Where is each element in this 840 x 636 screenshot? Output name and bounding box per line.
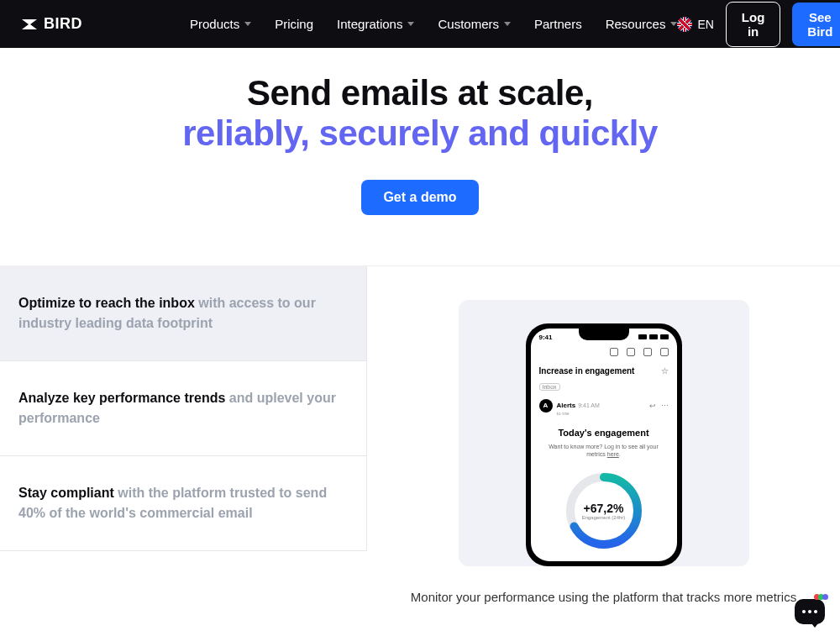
nav-label: Products — [190, 17, 239, 31]
hero-title: Send emails at scale, reliably, securely… — [0, 73, 840, 155]
nav-label: Customers — [438, 17, 499, 31]
mail-icon — [643, 348, 652, 356]
feature-preview: 9:41 Increase in engagement ☆ Inbox — [367, 266, 840, 605]
reply-icon: ↩ — [649, 402, 656, 410]
star-icon: ☆ — [661, 366, 669, 376]
logo-text: BIRD — [44, 15, 82, 33]
feature-strong: Stay compliant — [18, 486, 114, 500]
email-toolbar — [531, 343, 677, 361]
feature-item-analyze[interactable]: Analyze key performance trends and uplev… — [0, 361, 367, 456]
sender-info: Alerts9:41 AM to me — [557, 396, 600, 416]
from-actions: ↩⋯ — [649, 402, 669, 410]
inbox-tag: Inbox — [539, 383, 560, 391]
email-body: Today's engagement Want to know more? Lo… — [531, 419, 677, 562]
donut-center: +67,2% Engagement (24hr) — [562, 469, 646, 553]
email-subject: Increase in engagement ☆ — [531, 361, 677, 377]
subject-text: Increase in engagement — [539, 366, 635, 376]
nav-partners[interactable]: Partners — [534, 17, 582, 31]
body-title: Today's engagement — [539, 428, 669, 438]
chat-dots-icon — [802, 610, 817, 613]
phone-notch — [579, 329, 629, 340]
login-button[interactable]: Log in — [726, 2, 781, 47]
sender-sub: to me — [557, 411, 600, 416]
hero-section: Send emails at scale, reliably, securely… — [0, 48, 840, 265]
feature-strong: Analyze key performance trends — [18, 391, 225, 405]
logo[interactable]: BIRD — [20, 15, 82, 33]
nav-label: Pricing — [275, 17, 313, 31]
uk-flag-icon — [677, 17, 692, 32]
donut-value: +67,2% — [584, 502, 624, 515]
phone-mockup-wrap: 9:41 Increase in engagement ☆ Inbox — [459, 300, 749, 567]
phone-mockup: 9:41 Increase in engagement ☆ Inbox — [526, 323, 682, 567]
engagement-donut: +67,2% Engagement (24hr) — [562, 469, 646, 553]
feature-item-compliant[interactable]: Stay compliant with the platform trusted… — [0, 456, 367, 551]
chat-badge — [814, 594, 828, 600]
more-icon: ⋯ — [661, 402, 669, 410]
trash-icon — [627, 348, 635, 356]
nav-integrations[interactable]: Integrations — [337, 17, 414, 31]
status-icons — [638, 334, 669, 341]
header-right: EN Log in See Bird — [677, 2, 840, 47]
chevron-down-icon — [407, 22, 414, 26]
main-nav: Products Pricing Integrations Customers … — [190, 17, 677, 31]
see-bird-button[interactable]: See Bird — [792, 3, 840, 46]
more-icon — [660, 348, 669, 356]
chevron-down-icon — [504, 22, 511, 26]
lang-label: EN — [697, 18, 713, 31]
features-section: Optimize to reach the inbox with access … — [0, 265, 840, 605]
nav-pricing[interactable]: Pricing — [275, 17, 313, 31]
bird-logo-icon — [20, 18, 39, 31]
donut-label: Engagement (24hr) — [582, 515, 626, 520]
get-demo-button[interactable]: Get a demo — [361, 180, 478, 215]
nav-products[interactable]: Products — [190, 17, 251, 31]
nav-customers[interactable]: Customers — [438, 17, 511, 31]
sender-avatar: A — [539, 399, 553, 413]
feature-list: Optimize to reach the inbox with access … — [0, 266, 367, 605]
chevron-down-icon — [244, 22, 251, 26]
nav-label: Integrations — [337, 17, 402, 31]
header-left: BIRD Products Pricing Integrations Custo… — [20, 15, 677, 33]
hero-title-line1: Send emails at scale, — [247, 73, 593, 113]
language-selector[interactable]: EN — [677, 17, 713, 32]
phone-screen: 9:41 Increase in engagement ☆ Inbox — [531, 329, 677, 562]
chat-widget[interactable] — [795, 599, 825, 624]
sender-name: Alerts — [557, 402, 576, 409]
feature-strong: Optimize to reach the inbox — [18, 296, 195, 310]
chevron-down-icon — [670, 22, 677, 26]
main-header: BIRD Products Pricing Integrations Custo… — [0, 0, 840, 48]
body-text: Want to know more? Log in to see all you… — [539, 443, 669, 460]
phone-time: 9:41 — [539, 334, 553, 341]
feature-item-optimize[interactable]: Optimize to reach the inbox with access … — [0, 266, 367, 361]
hero-title-line2: reliably, securely and quickly — [0, 113, 840, 154]
archive-icon — [610, 348, 618, 356]
email-from-row: A Alerts9:41 AM to me ↩⋯ — [531, 392, 677, 419]
nav-label: Partners — [534, 17, 582, 31]
sender-time: 9:41 AM — [578, 402, 600, 408]
nav-label: Resources — [606, 17, 666, 31]
nav-resources[interactable]: Resources — [606, 17, 678, 31]
feature-caption: Monitor your performance using the platf… — [411, 590, 796, 604]
